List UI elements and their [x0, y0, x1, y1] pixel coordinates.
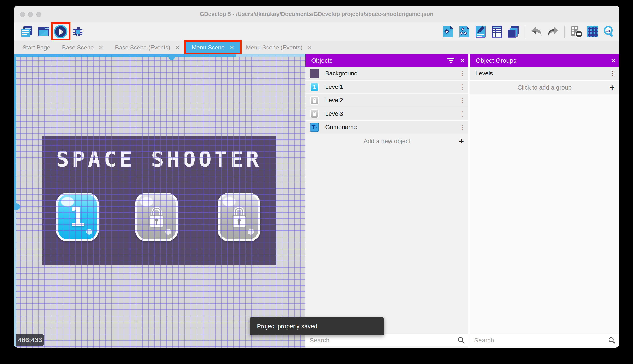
- level3-button-instance[interactable]: [218, 193, 260, 241]
- more-options-icon[interactable]: ⋮: [456, 70, 468, 77]
- properties-pencil-icon: [475, 25, 486, 38]
- open-instances-list-button[interactable]: [490, 25, 504, 38]
- add-group-row[interactable]: Click to add a group +: [470, 80, 619, 94]
- objects-search-input[interactable]: [309, 337, 458, 344]
- play-button[interactable]: [54, 25, 67, 38]
- groups-list: Levels ⋮ Click to add a group +: [470, 67, 619, 94]
- toolbar-separator: [564, 26, 565, 38]
- zoom-1-1-icon: 1:1: [603, 25, 615, 38]
- level3-thumbnail: [310, 110, 319, 118]
- object-name: Level1: [325, 84, 456, 90]
- panel-divider[interactable]: [468, 54, 470, 348]
- tab-base-scene-events[interactable]: Base Scene (Events) ✕: [109, 41, 186, 54]
- toast-message: Project properly saved: [257, 323, 318, 330]
- tab-menu-scene-events[interactable]: Menu Scene (Events) ✕: [240, 41, 318, 54]
- group-row-levels[interactable]: Levels ⋮: [470, 67, 619, 80]
- level2-button-instance[interactable]: [135, 193, 178, 241]
- undo-button[interactable]: [530, 25, 543, 38]
- close-tab-icon[interactable]: ✕: [99, 44, 103, 51]
- scene-title-text[interactable]: SPACE SHOOTER: [42, 147, 275, 172]
- redo-button[interactable]: [546, 25, 560, 38]
- project-manager-icon: [20, 26, 33, 38]
- close-panel-icon[interactable]: ✕: [607, 54, 619, 67]
- lock-icon: [313, 113, 316, 116]
- objects-panel-header: Objects ✕: [305, 54, 468, 67]
- more-options-icon[interactable]: ⋮: [456, 110, 468, 118]
- search-icon[interactable]: [458, 337, 465, 344]
- plus-icon[interactable]: +: [459, 137, 464, 145]
- scene-editor-button[interactable]: [37, 25, 50, 38]
- menu-scene-background[interactable]: SPACE SHOOTER 1: [42, 136, 275, 265]
- level2-thumbnail: [310, 96, 319, 105]
- main-area: SPACE SHOOTER 1: [14, 54, 619, 348]
- objects-panel-title: Objects: [311, 57, 445, 64]
- close-panel-icon[interactable]: ✕: [457, 54, 468, 67]
- horizontal-scrollbar[interactable]: [14, 54, 305, 56]
- open-object-groups-button[interactable]: [458, 25, 471, 38]
- groups-panel-title: Object Groups: [476, 57, 607, 64]
- vertical-scrollbar-thumb[interactable]: [14, 54, 16, 206]
- tab-menu-scene[interactable]: Menu Scene ✕: [186, 41, 240, 54]
- zoom-original-button[interactable]: 1:1: [602, 25, 616, 38]
- objects-panel: Objects ✕ Background ⋮: [305, 54, 468, 348]
- tab-label: Base Scene (Events): [115, 44, 170, 51]
- tab-label: Start Page: [23, 44, 50, 51]
- open-objects-editor-button[interactable]: [441, 25, 455, 38]
- tab-label: Menu Scene (Events): [246, 44, 302, 51]
- play-icon: [54, 25, 67, 38]
- more-options-icon[interactable]: ⋮: [606, 70, 619, 77]
- instances-list-icon: [492, 25, 502, 38]
- add-object-label: Add a new object: [305, 138, 468, 145]
- debugger-button[interactable]: [71, 25, 84, 38]
- vertical-scroll-knob[interactable]: [14, 204, 20, 210]
- delete-instances-icon: [570, 25, 583, 38]
- level1-thumbnail: 1: [310, 82, 319, 92]
- groups-search-row: [470, 334, 619, 346]
- plus-icon[interactable]: +: [610, 83, 614, 92]
- objects-editor-icon: [442, 25, 454, 38]
- project-manager-button[interactable]: [20, 25, 33, 38]
- object-row-level3[interactable]: Level3 ⋮: [305, 107, 468, 121]
- open-layers-editor-button[interactable]: [507, 25, 520, 38]
- gdevelop-window: GDevelop 5 - /Users/dkarakay/Documents/G…: [14, 6, 619, 348]
- objects-list: Background ⋮ 1 Level1 ⋮ Level2 ⋮: [305, 67, 468, 148]
- object-row-level2[interactable]: Level2 ⋮: [305, 94, 468, 107]
- debug-bug-icon: [72, 26, 84, 38]
- filter-icon[interactable]: [445, 54, 457, 67]
- add-group-label: Click to add a group: [470, 84, 619, 91]
- object-groups-panel: Object Groups ✕ Levels ⋮ Click to add a …: [470, 54, 619, 348]
- more-options-icon[interactable]: ⋮: [456, 97, 468, 104]
- groups-search-input[interactable]: [474, 337, 608, 344]
- tab-start-page[interactable]: Start Page: [17, 41, 56, 54]
- tab-base-scene[interactable]: Base Scene ✕: [56, 41, 109, 54]
- horizontal-scroll-knob[interactable]: [168, 54, 175, 60]
- close-tab-icon[interactable]: ✕: [230, 44, 234, 51]
- object-row-gamename[interactable]: Tx Gamename ⋮: [305, 121, 468, 134]
- close-tab-icon[interactable]: ✕: [175, 44, 180, 51]
- horizontal-scrollbar-thumb[interactable]: [14, 54, 236, 56]
- layers-icon: [507, 25, 519, 38]
- toggle-grid-button[interactable]: [586, 25, 599, 38]
- object-name: Background: [325, 70, 456, 77]
- delete-instances-button[interactable]: [570, 25, 583, 38]
- search-icon[interactable]: [608, 337, 615, 344]
- vertical-scrollbar[interactable]: [14, 54, 16, 348]
- more-options-icon[interactable]: ⋮: [456, 124, 468, 131]
- toolbar-right: 1:1: [441, 25, 616, 38]
- level1-digit: 1: [69, 201, 86, 233]
- add-object-row[interactable]: Add a new object +: [305, 134, 468, 148]
- scene-canvas[interactable]: SPACE SHOOTER 1: [14, 54, 305, 348]
- object-row-background[interactable]: Background ⋮: [305, 67, 468, 80]
- object-name: Level2: [325, 97, 456, 104]
- objects-search-row: [305, 334, 468, 346]
- level1-button-instance[interactable]: 1: [56, 193, 99, 241]
- more-options-icon[interactable]: ⋮: [456, 83, 468, 90]
- object-groups-icon: [459, 25, 470, 38]
- object-row-level1[interactable]: 1 Level1 ⋮: [305, 80, 468, 94]
- close-tab-icon[interactable]: ✕: [307, 44, 312, 51]
- toolbar-left: [20, 25, 84, 38]
- toolbar: 1:1: [14, 22, 619, 41]
- open-properties-button[interactable]: [474, 25, 487, 38]
- tab-bar: Start Page Base Scene ✕ Base Scene (Even…: [14, 41, 619, 54]
- grid-icon: [587, 26, 598, 38]
